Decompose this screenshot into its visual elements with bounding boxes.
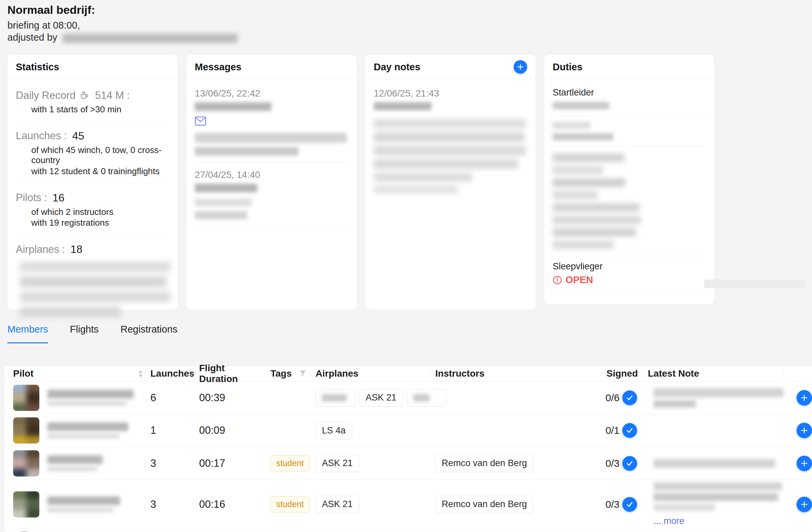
airplanes-cell: ASK 21 bbox=[310, 389, 430, 407]
redacted-pilot-name bbox=[47, 496, 120, 513]
duties-body: Startleider Sle bbox=[544, 79, 714, 292]
signed-check-button[interactable] bbox=[622, 497, 637, 512]
plus-icon bbox=[800, 459, 808, 468]
avatar bbox=[5, 529, 145, 532]
table-header-row: Pilot Launches Flight Duration Tags Airp… bbox=[5, 366, 812, 381]
signed-check-button[interactable] bbox=[622, 423, 637, 438]
redacted-note bbox=[654, 504, 715, 511]
column-header-pilot[interactable]: Pilot bbox=[5, 366, 145, 381]
actions-cell bbox=[783, 423, 812, 438]
table-row[interactable] bbox=[5, 529, 812, 532]
add-note-button[interactable] bbox=[797, 390, 812, 405]
column-header-tags: Tags bbox=[265, 366, 310, 381]
table-row[interactable]: 3 00:17 student ASK 21 Remco van den Ber… bbox=[5, 447, 812, 480]
launches-cell: 1 bbox=[145, 424, 194, 437]
redacted-note-text bbox=[374, 119, 527, 194]
add-day-note-button[interactable] bbox=[513, 60, 527, 74]
statistics-card: Statistics Daily Record 514 M : bbox=[8, 55, 178, 310]
tab-bar: Members Flights Registrations bbox=[8, 324, 178, 343]
stat-airplanes: Airplanes : 18 bbox=[16, 235, 169, 324]
check-icon bbox=[626, 459, 634, 468]
airplanes-cell: ASK 21 bbox=[310, 496, 430, 513]
messages-card: Messages 13/06/25, 22:42 27/ bbox=[186, 55, 357, 310]
signed-cell: 0/1 bbox=[601, 423, 642, 438]
add-note-button[interactable] bbox=[797, 423, 812, 438]
column-header-airplanes: Airplanes bbox=[310, 366, 430, 381]
column-header-instructors: Instructors bbox=[430, 366, 601, 381]
latest-note-cell bbox=[642, 388, 783, 408]
redacted-message-text bbox=[195, 211, 247, 219]
redacted-duty-role bbox=[553, 122, 590, 129]
mail-icon bbox=[195, 116, 348, 128]
flight-duration-cell: 00:16 bbox=[194, 498, 265, 511]
add-note-button[interactable] bbox=[797, 456, 812, 471]
table-row[interactable]: 1 00:09 LS 4a 0/1 bbox=[5, 414, 812, 447]
stat-pilots: Pilots : 16 of which 2 instructors with … bbox=[16, 183, 169, 235]
airplane-badge: LS 4a bbox=[316, 422, 352, 439]
redacted-note bbox=[654, 400, 696, 408]
coffee-cup-icon bbox=[79, 90, 89, 101]
plus-icon bbox=[800, 394, 808, 402]
latest-note-cell: ... more bbox=[642, 482, 783, 526]
instructors-cell: Remco van den Berg bbox=[430, 455, 601, 472]
tab-registrations[interactable]: Registrations bbox=[120, 324, 177, 343]
table-row[interactable]: 6 00:39 ASK 21 0/6 bbox=[5, 381, 812, 414]
daily-record-value: 514 M : bbox=[95, 89, 130, 102]
pilots-sub1: of which 2 instructors bbox=[31, 207, 169, 217]
avatar bbox=[13, 491, 39, 518]
message-timestamp: 27/04/25, 14:40 bbox=[195, 169, 348, 180]
adjusted-by-line: adjusted by bbox=[8, 31, 237, 43]
pilot-cell bbox=[5, 385, 145, 411]
page-title: Normaal bedrijf: bbox=[8, 3, 237, 16]
redacted-pilot-name bbox=[47, 390, 133, 406]
redacted-airplane-badge bbox=[407, 389, 447, 407]
redacted-duty-person bbox=[553, 102, 609, 109]
sort-icon[interactable] bbox=[138, 370, 143, 377]
launches-label: Launches : bbox=[16, 130, 67, 142]
avatar bbox=[13, 385, 39, 411]
tag-student: student bbox=[271, 496, 309, 513]
redacted-author bbox=[195, 102, 272, 111]
launches-sub2: with 12 student & 0 trainingflights bbox=[31, 166, 169, 177]
daily-record-label: Daily Record bbox=[16, 89, 75, 102]
launches-value: 45 bbox=[72, 130, 84, 142]
signed-check-button[interactable] bbox=[622, 456, 637, 471]
message-item: 13/06/25, 22:42 bbox=[195, 82, 348, 163]
column-header-actions bbox=[783, 366, 812, 381]
redacted-note bbox=[654, 482, 782, 490]
check-icon bbox=[626, 426, 634, 434]
launches-cell: 3 bbox=[145, 498, 194, 511]
plus-icon bbox=[800, 426, 808, 434]
airplanes-cell: ASK 21 bbox=[310, 455, 430, 472]
flight-duration-cell: 00:39 bbox=[194, 392, 265, 404]
more-link[interactable]: more bbox=[664, 516, 684, 526]
day-note-timestamp: 12/06/25, 21:43 bbox=[374, 88, 527, 99]
plus-icon bbox=[517, 63, 524, 71]
check-icon bbox=[626, 500, 634, 508]
instructor-badge: Remco van den Berg bbox=[435, 496, 534, 513]
pilots-value: 16 bbox=[53, 192, 64, 204]
table-row[interactable]: 3 00:16 student ASK 21 Remco van den Ber… bbox=[5, 480, 812, 529]
redacted-airplane-badge bbox=[316, 389, 355, 407]
tab-flights[interactable]: Flights bbox=[70, 324, 99, 343]
pilot-cell bbox=[5, 417, 145, 444]
day-notes-card: Day notes 12/06/25, 21:43 bbox=[365, 55, 536, 310]
stat-daily-record: Daily Record 514 M : with 1 starts of >3… bbox=[16, 82, 169, 122]
day-note-item: 12/06/25, 21:43 bbox=[374, 82, 527, 194]
pilot-cell bbox=[5, 450, 145, 476]
add-note-button[interactable] bbox=[797, 497, 812, 512]
signed-check-button[interactable] bbox=[622, 390, 637, 405]
signed-cell: 0/6 bbox=[601, 390, 642, 405]
redacted-duty-roster bbox=[553, 147, 706, 255]
launches-cell: 6 bbox=[145, 392, 194, 404]
horizontal-scrollbar[interactable] bbox=[704, 279, 805, 288]
airplanes-label: Airplanes : bbox=[16, 243, 65, 255]
tab-members[interactable]: Members bbox=[8, 324, 48, 343]
day-notes-card-header: Day notes bbox=[365, 55, 536, 79]
duty-role-name: Startleider bbox=[553, 87, 706, 98]
page-header: Normaal bedrijf: briefing at 08:00, adju… bbox=[8, 3, 237, 44]
filter-icon[interactable] bbox=[299, 371, 306, 376]
launches-cell: 3 bbox=[145, 457, 194, 470]
tags-cell: student bbox=[265, 496, 310, 513]
redacted-pilot-name bbox=[47, 455, 103, 472]
